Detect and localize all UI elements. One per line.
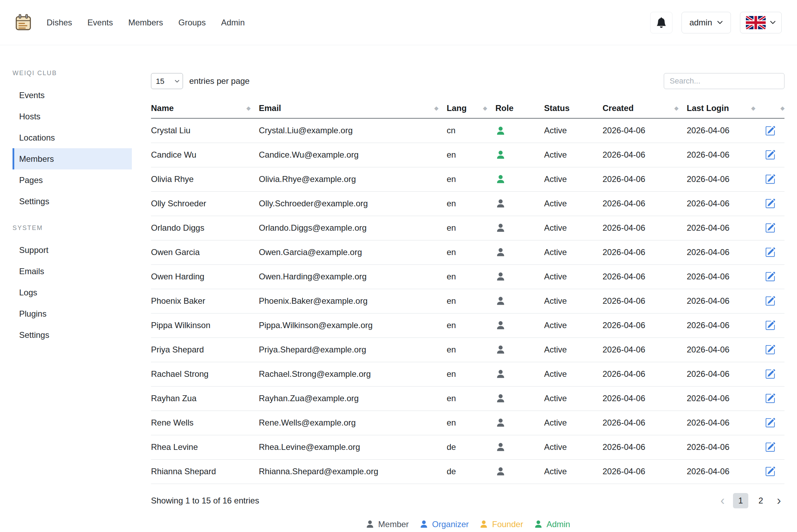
sidebar-item-system-settings[interactable]: Settings (13, 324, 132, 346)
language-menu-button[interactable] (740, 12, 782, 33)
member-status: Active (544, 313, 603, 338)
column-header-actions[interactable] (764, 98, 784, 118)
edit-icon[interactable] (765, 296, 775, 306)
member-email: Rene.Wells@example.org (259, 411, 447, 435)
edit-icon[interactable] (765, 126, 775, 136)
member-last-login: 2026-04-06 (687, 167, 764, 191)
member-actions-cell (764, 411, 784, 435)
nav-link-admin[interactable]: Admin (221, 18, 245, 27)
sidebar-item-plugins[interactable]: Plugins (13, 303, 132, 324)
edit-icon[interactable] (765, 442, 775, 452)
member-name: Rachael Strong (151, 362, 259, 386)
member-email: Candice.Wu@example.org (259, 143, 447, 167)
member-email: Olly.Schroeder@example.org (259, 191, 447, 216)
pagination-page-1[interactable]: 1 (733, 493, 748, 508)
sidebar-item-settings[interactable]: Settings (13, 191, 132, 212)
edit-icon[interactable] (765, 320, 775, 331)
table-row: Crystal Liu Crystal.Liu@example.org cn A… (151, 118, 784, 143)
sort-icon (674, 105, 678, 111)
table-row: Rene Wells Rene.Wells@example.org en Act… (151, 411, 784, 435)
table-row: Rachael Strong Rachael.Strong@example.or… (151, 362, 784, 386)
sidebar-item-events[interactable]: Events (13, 85, 132, 106)
member-status: Active (544, 143, 603, 167)
role-icon (495, 223, 506, 233)
member-name: Crystal Liu (151, 118, 259, 143)
calendar-icon (14, 13, 33, 32)
column-header-status[interactable]: Status (544, 98, 603, 118)
column-header-lang[interactable]: Lang (447, 98, 495, 118)
pagination-page-2[interactable]: 2 (753, 493, 768, 508)
member-actions-cell (764, 216, 784, 240)
edit-icon[interactable] (765, 198, 775, 209)
sidebar-item-emails[interactable]: Emails (13, 261, 132, 282)
table-row: Phoenix Baker Phoenix.Baker@example.org … (151, 289, 784, 313)
sidebar-item-members[interactable]: Members (13, 148, 132, 169)
edit-icon[interactable] (765, 344, 775, 355)
nav-link-events[interactable]: Events (87, 18, 113, 27)
member-name: Pippa Wilkinson (151, 313, 259, 338)
member-last-login: 2026-04-06 (687, 362, 764, 386)
pagination-prev-button[interactable]: ‹ (717, 494, 728, 507)
edit-icon[interactable] (765, 150, 775, 160)
sidebar-item-pages[interactable]: Pages (13, 169, 132, 191)
column-header-name[interactable]: Name (151, 98, 259, 118)
entries-per-page-select[interactable]: 15 (151, 73, 183, 89)
edit-icon[interactable] (765, 174, 775, 184)
member-lang: cn (447, 118, 495, 143)
nav-link-groups[interactable]: Groups (178, 18, 206, 27)
notifications-button[interactable] (650, 12, 672, 33)
column-header-created[interactable]: Created (603, 98, 687, 118)
edit-icon[interactable] (765, 369, 775, 379)
legend-label: Member (378, 519, 409, 529)
user-menu-button[interactable]: admin (682, 12, 731, 33)
sidebar-item-locations[interactable]: Locations (13, 127, 132, 148)
member-created: 2026-04-06 (603, 362, 687, 386)
column-header-role[interactable]: Role (495, 98, 544, 118)
member-role-cell (495, 313, 544, 338)
edit-icon[interactable] (765, 418, 775, 428)
role-icon (495, 271, 506, 282)
member-email: Priya.Shepard@example.org (259, 338, 447, 362)
sidebar-item-logs[interactable]: Logs (13, 282, 132, 303)
member-role-cell (495, 411, 544, 435)
member-role-cell (495, 338, 544, 362)
navbar-right-controls: admin (650, 12, 782, 33)
member-email: Orlando.Diggs@example.org (259, 216, 447, 240)
member-role-cell (495, 143, 544, 167)
column-header-email[interactable]: Email (259, 98, 447, 118)
sidebar-item-support[interactable]: Support (13, 239, 132, 261)
edit-icon[interactable] (765, 271, 775, 282)
edit-icon[interactable] (765, 393, 775, 404)
table-row: Owen Garcia Owen.Garcia@example.org en A… (151, 240, 784, 264)
member-actions-cell (764, 435, 784, 459)
edit-icon[interactable] (765, 466, 775, 477)
pagination-next-button[interactable]: › (773, 494, 784, 507)
edit-icon[interactable] (765, 247, 775, 257)
member-role-cell (495, 240, 544, 264)
nav-link-dishes[interactable]: Dishes (47, 18, 72, 27)
nav-link-members[interactable]: Members (128, 18, 163, 27)
member-last-login: 2026-04-06 (687, 118, 764, 143)
column-header-last-login[interactable]: Last Login (687, 98, 764, 118)
edit-icon[interactable] (765, 223, 775, 233)
legend-label: Admin (547, 519, 570, 529)
member-last-login: 2026-04-06 (687, 240, 764, 264)
member-name: Owen Garcia (151, 240, 259, 264)
member-last-login: 2026-04-06 (687, 313, 764, 338)
table-row: Owen Harding Owen.Harding@example.org en… (151, 264, 784, 289)
app-logo[interactable] (14, 13, 33, 32)
member-email: Crystal.Liu@example.org (259, 118, 447, 143)
table-header-row: Name Email Lang Role Status Cr (151, 98, 784, 118)
member-created: 2026-04-06 (603, 143, 687, 167)
member-status: Active (544, 362, 603, 386)
member-status: Active (544, 216, 603, 240)
member-lang: de (447, 459, 495, 484)
search-input[interactable] (664, 73, 784, 89)
member-lang: de (447, 435, 495, 459)
sidebar-item-hosts[interactable]: Hosts (13, 106, 132, 127)
member-lang: en (447, 313, 495, 338)
sidebar-section-title-system: SYSTEM (13, 224, 132, 232)
column-label: Email (259, 103, 281, 113)
member-actions-cell (764, 143, 784, 167)
member-name: Rene Wells (151, 411, 259, 435)
